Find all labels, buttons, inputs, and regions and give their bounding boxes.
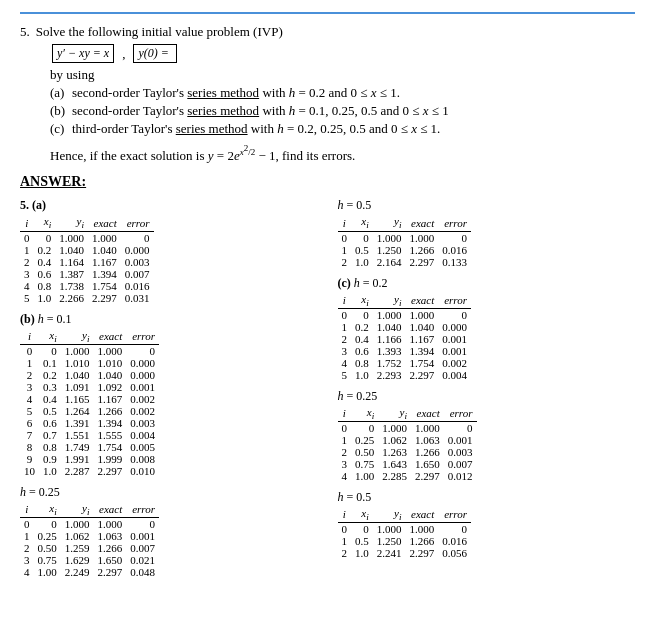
section-h025-right: h = 0.25 i xi yi exact error 001.0001.00… bbox=[338, 389, 636, 482]
table-row: 001.0001.0000 bbox=[338, 308, 472, 321]
top-border bbox=[20, 12, 635, 14]
col-y: yi bbox=[61, 502, 94, 518]
table-row: 001.0001.0000 bbox=[20, 344, 159, 357]
col-error: error bbox=[438, 215, 471, 231]
table-row: 10.51.2501.2660.016 bbox=[338, 244, 472, 256]
section-b-h025-left: h = 0.25 i xi yi exact error 001.0001.00… bbox=[20, 485, 318, 578]
by-using-text: by using bbox=[50, 67, 635, 83]
col-x: xi bbox=[351, 215, 373, 231]
table-row: 20.41.1641.1670.003 bbox=[20, 256, 154, 268]
table-row: 20.41.1661.1670.001 bbox=[338, 333, 472, 345]
col-y: yi bbox=[378, 406, 411, 422]
table-row: 10.51.2501.2660.016 bbox=[338, 535, 472, 547]
col-i: i bbox=[20, 329, 39, 345]
col-i: i bbox=[338, 293, 352, 309]
table-row: 30.751.6291.6500.021 bbox=[20, 554, 159, 566]
part-a-label: (a) bbox=[50, 85, 72, 101]
col-header-y: yi bbox=[55, 215, 88, 231]
section-5a: 5. (a) i xi yi exact error 001.0001.0000 bbox=[20, 198, 318, 303]
part-b: (b) second-order Taylor's series method … bbox=[50, 103, 635, 119]
table-row: 10.251.0621.0630.001 bbox=[20, 530, 159, 542]
right-column: h = 0.5 i xi yi exact error 001.0001.000… bbox=[338, 198, 636, 567]
ivp-box-rhs: y(0) = bbox=[133, 44, 176, 63]
col-header-error: error bbox=[121, 215, 154, 231]
part-c-label: (c) bbox=[50, 121, 72, 137]
part-b-label: (b) bbox=[50, 103, 72, 119]
col-header-exact: exact bbox=[88, 215, 121, 231]
table-row: 80.81.7491.7540.005 bbox=[20, 441, 159, 453]
col-error: error bbox=[126, 329, 159, 345]
table-row: 10.11.0101.0100.000 bbox=[20, 357, 159, 369]
section-c-h02: (c) h = 0.2 i xi yi exact error 001.0001… bbox=[338, 276, 636, 381]
table-row: 10.251.0621.0630.001 bbox=[338, 434, 477, 446]
table-row: 001.0001.0000 bbox=[338, 421, 477, 434]
part-a: (a) second-order Taylor's series method … bbox=[50, 85, 635, 101]
col-x: xi bbox=[34, 502, 61, 518]
section-5a-title: 5. (a) bbox=[20, 198, 318, 213]
col-header-i: i bbox=[20, 215, 34, 231]
table-row: 40.81.7381.7540.016 bbox=[20, 280, 154, 292]
ivp-equation-line: y′ − xy = x , y(0) = bbox=[50, 44, 635, 63]
col-exact: exact bbox=[406, 293, 439, 309]
problem-section: 5. Solve the following initial value pro… bbox=[20, 24, 635, 164]
col-exact: exact bbox=[406, 215, 439, 231]
col-i: i bbox=[338, 507, 352, 523]
table-row: 30.751.6431.6500.007 bbox=[338, 458, 477, 470]
col-exact: exact bbox=[411, 406, 444, 422]
col-error: error bbox=[126, 502, 159, 518]
table-row: 30.31.0911.0920.001 bbox=[20, 381, 159, 393]
table-row: 001.0001.0000 bbox=[338, 523, 472, 536]
table-row: 101.02.2872.2970.010 bbox=[20, 465, 159, 477]
section-h05-top-title: h = 0.5 bbox=[338, 198, 636, 213]
part-c: (c) third-order Taylor's series method w… bbox=[50, 121, 635, 137]
part-b-text: second-order Taylor's series method with… bbox=[72, 103, 449, 119]
table-row: 51.02.2932.2970.004 bbox=[338, 369, 472, 381]
col-header-x: xi bbox=[34, 215, 56, 231]
table-row: 20.501.2631.2660.003 bbox=[338, 446, 477, 458]
col-y: yi bbox=[373, 293, 406, 309]
table-row: 20.501.2591.2660.007 bbox=[20, 542, 159, 554]
table-row: 001.0001.0000 bbox=[338, 231, 472, 244]
col-i: i bbox=[338, 406, 352, 422]
table-row: 90.91.9911.9990.008 bbox=[20, 453, 159, 465]
table-row: 001.0001.0000 bbox=[20, 231, 154, 244]
section-h025-right-title: h = 0.25 bbox=[338, 389, 636, 404]
table-row: 21.02.2412.2970.056 bbox=[338, 547, 472, 559]
problem-instruction: Solve the following initial value proble… bbox=[36, 24, 283, 40]
answer-label: ANSWER: bbox=[20, 174, 635, 190]
col-x: xi bbox=[351, 507, 373, 523]
table-b-h01: i xi yi exact error 001.0001.0000 10.11.… bbox=[20, 329, 159, 477]
section-h05-top: h = 0.5 i xi yi exact error 001.0001.000… bbox=[338, 198, 636, 267]
table-row: 40.81.7521.7540.002 bbox=[338, 357, 472, 369]
problem-number: 5. bbox=[20, 24, 30, 40]
ivp-box-lhs: y′ − xy = x bbox=[52, 44, 114, 63]
table-row: 40.41.1651.1670.002 bbox=[20, 393, 159, 405]
col-y: yi bbox=[373, 507, 406, 523]
table-row: 10.21.0401.0400.000 bbox=[20, 244, 154, 256]
table-row: 50.51.2641.2660.002 bbox=[20, 405, 159, 417]
table-row: 21.02.1642.2970.133 bbox=[338, 256, 472, 268]
section-b-h01: (b) h = 0.1 i xi yi exact error 001.0001… bbox=[20, 312, 318, 477]
section-b-h01-title: (b) h = 0.1 bbox=[20, 312, 318, 327]
table-h05-bottom: i xi yi exact error 001.0001.0000 10.51.… bbox=[338, 507, 472, 559]
section-b-h025-left-title: h = 0.25 bbox=[20, 485, 318, 500]
col-x: xi bbox=[39, 329, 61, 345]
part-a-text: second-order Taylor's series method with… bbox=[72, 85, 400, 101]
section-h05-bottom-title: h = 0.5 bbox=[338, 490, 636, 505]
table-c-h02: i xi yi exact error 001.0001.0000 10.21.… bbox=[338, 293, 472, 381]
col-y: yi bbox=[373, 215, 406, 231]
col-i: i bbox=[338, 215, 352, 231]
table-row: 001.0001.0000 bbox=[20, 517, 159, 530]
table-h05-top: i xi yi exact error 001.0001.0000 10.51.… bbox=[338, 215, 472, 267]
col-x: xi bbox=[351, 293, 373, 309]
table-h025-right: i xi yi exact error 001.0001.0000 10.251… bbox=[338, 406, 477, 482]
table-row: 30.61.3871.3940.007 bbox=[20, 268, 154, 280]
col-i: i bbox=[20, 502, 34, 518]
table-5a-main: i xi yi exact error 001.0001.0000 10.21.… bbox=[20, 215, 154, 303]
table-row: 51.02.2662.2970.031 bbox=[20, 292, 154, 304]
table-row: 30.61.3931.3940.001 bbox=[338, 345, 472, 357]
table-row: 60.61.3911.3940.003 bbox=[20, 417, 159, 429]
left-column: 5. (a) i xi yi exact error 001.0001.0000 bbox=[20, 198, 318, 586]
section-h05-bottom: h = 0.5 i xi yi exact error 001.0001.000… bbox=[338, 490, 636, 559]
part-c-text: third-order Taylor's series method with … bbox=[72, 121, 440, 137]
